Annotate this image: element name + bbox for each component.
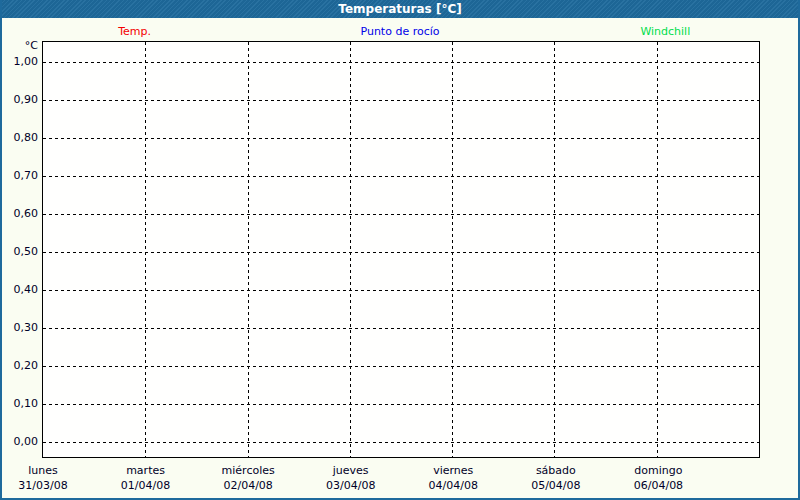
legend-item-windchill: Windchill [533, 24, 798, 40]
y-tick-label: 1,00 [2, 55, 38, 69]
y-tick-label: 0,60 [2, 207, 38, 221]
x-axis-date: 03/04/08 [326, 478, 375, 493]
legend-item-temp: Temp. [2, 24, 267, 40]
legend-item-dew-point: Punto de rocío [267, 24, 532, 40]
x-axis-label-jueves: jueves03/04/08 [326, 464, 375, 493]
x-axis-day-name: miércoles [222, 464, 275, 478]
x-axis-date: 04/04/08 [429, 478, 478, 493]
y-tick-label: 0,00 [2, 435, 38, 449]
x-axis-labels: lunes31/03/08martes01/04/08miércoles02/0… [42, 464, 760, 498]
x-axis-date: 01/04/08 [121, 478, 170, 493]
x-axis-label-domingo: domingo06/04/08 [634, 464, 683, 493]
x-axis-day-name: jueves [326, 464, 375, 478]
grid-dashed-lines [43, 42, 759, 457]
chart-window: Temperaturas [°C] Temp.Punto de rocíoWin… [0, 0, 800, 500]
y-tick-label: 0,40 [2, 283, 38, 297]
x-axis-label-sábado: sábado05/04/08 [531, 464, 580, 493]
chart-title: Temperaturas [°C] [338, 2, 461, 16]
y-axis-tick-labels: 1,000,900,800,700,600,500,400,300,200,10… [2, 0, 38, 500]
gridlines [43, 42, 759, 457]
title-bar: Temperaturas [°C] [0, 0, 800, 18]
x-axis-date: 06/04/08 [634, 478, 683, 493]
y-tick-label: 0,80 [2, 131, 38, 145]
y-tick-label: 0,30 [2, 321, 38, 335]
y-tick-label: 0,10 [2, 397, 38, 411]
y-tick-label: 0,50 [2, 245, 38, 259]
y-tick-label: 0,70 [2, 169, 38, 183]
y-tick-label: 0,20 [2, 359, 38, 373]
x-axis-label-miércoles: miércoles02/04/08 [222, 464, 275, 493]
x-axis-day-name: viernes [429, 464, 478, 478]
x-axis-label-lunes: lunes31/03/08 [18, 464, 67, 493]
x-axis-date: 05/04/08 [531, 478, 580, 493]
x-axis-day-name: sábado [531, 464, 580, 478]
y-tick-label: 0,90 [2, 93, 38, 107]
x-axis-label-viernes: viernes04/04/08 [429, 464, 478, 493]
x-axis-day-name: martes [121, 464, 170, 478]
x-axis-day-name: lunes [18, 464, 67, 478]
x-axis-date: 02/04/08 [222, 478, 275, 493]
plot-area [42, 41, 760, 458]
x-axis-label-martes: martes01/04/08 [121, 464, 170, 493]
x-axis-day-name: domingo [634, 464, 683, 478]
legend: Temp.Punto de rocíoWindchill [2, 24, 798, 40]
x-axis-date: 31/03/08 [18, 478, 67, 493]
